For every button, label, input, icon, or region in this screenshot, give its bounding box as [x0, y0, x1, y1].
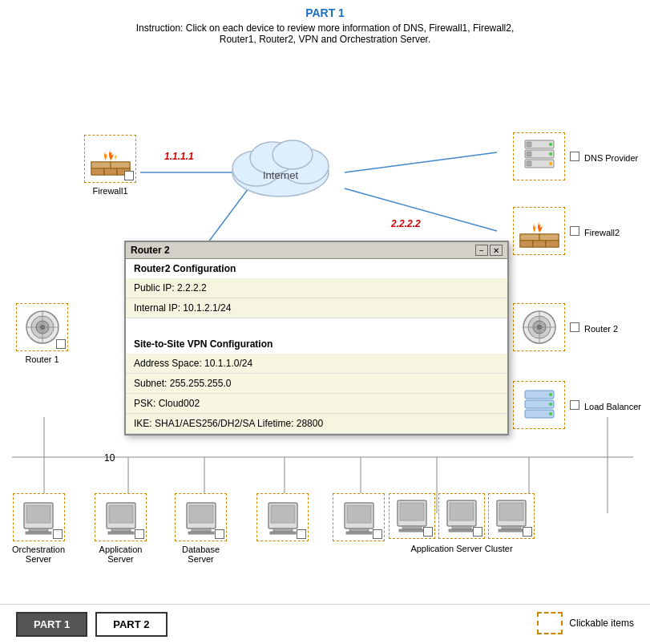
- app-server-1-checkbox[interactable]: [135, 529, 144, 539]
- firewall1-device[interactable]: Firewall1: [84, 135, 136, 196]
- svg-rect-75: [270, 532, 296, 534]
- svg-point-58: [549, 403, 552, 406]
- ip-label-1: 1.1.1.1: [164, 151, 194, 162]
- orchestration-label: OrchestrationServer: [12, 545, 65, 564]
- svg-rect-63: [26, 532, 51, 534]
- dns-checkbox[interactable]: [570, 152, 579, 161]
- svg-rect-79: [346, 532, 372, 534]
- svg-rect-24: [91, 168, 104, 175]
- popup-row-2: Internal IP: 10.1.2.1/24: [126, 298, 507, 318]
- router2-label: Router 2: [584, 324, 618, 334]
- svg-rect-38: [539, 234, 559, 241]
- svg-rect-32: [527, 161, 531, 166]
- app-server-1-device[interactable]: ApplicationServer: [95, 493, 147, 564]
- svg-rect-91: [499, 529, 524, 532]
- popup-minimize-btn[interactable]: −: [475, 245, 488, 256]
- db-server-checkbox[interactable]: [215, 529, 224, 539]
- router2-device[interactable]: Router 2: [513, 303, 618, 351]
- svg-rect-90: [502, 526, 521, 529]
- popup-row-5: Address Space: 10.1.1.0/24: [126, 354, 507, 374]
- unnamed-server-2-checkbox[interactable]: [373, 529, 382, 539]
- router1-checkbox[interactable]: [56, 339, 66, 349]
- dns-icon: [517, 136, 561, 176]
- popup-controls: − ✕: [475, 245, 503, 256]
- svg-rect-67: [108, 532, 134, 534]
- router2-popup: Router 2 − ✕ Router2 Configuration Publi…: [124, 241, 509, 435]
- popup-row-0: Router2 Configuration: [126, 259, 507, 278]
- svg-rect-40: [533, 241, 546, 247]
- router1-device[interactable]: Router 1: [16, 303, 68, 364]
- loadbalancer-icon: [517, 385, 561, 425]
- svg-rect-86: [452, 526, 471, 529]
- popup-content: Router2 Configuration Public IP: 2.2.2.2…: [126, 259, 507, 434]
- popup-close-btn[interactable]: ✕: [490, 245, 503, 256]
- svg-rect-69: [189, 505, 213, 523]
- svg-rect-28: [527, 142, 531, 147]
- unnamed-server-1-device[interactable]: [256, 493, 309, 541]
- popup-row-6: Subnet: 255.255.255.0: [126, 374, 507, 394]
- svg-rect-39: [520, 241, 533, 247]
- svg-rect-87: [449, 529, 474, 532]
- ip-label-2: 2.2.2.2: [391, 218, 421, 229]
- svg-rect-70: [192, 529, 211, 532]
- svg-rect-78: [349, 529, 369, 532]
- popup-row-1: Public IP: 2.2.2.2: [126, 278, 507, 298]
- app-cluster-2[interactable]: [438, 493, 485, 539]
- router2-icon: [517, 307, 561, 347]
- router1-label: Router 1: [25, 354, 59, 364]
- app-cluster-3[interactable]: [488, 493, 535, 539]
- app-cluster-1[interactable]: [389, 493, 435, 539]
- svg-rect-23: [111, 162, 130, 168]
- internet-cloud: Internet: [212, 124, 349, 203]
- svg-rect-30: [527, 152, 531, 156]
- svg-rect-62: [29, 529, 48, 532]
- popup-titlebar: Router 2 − ✕: [126, 242, 507, 259]
- unnamed-server-1-checkbox[interactable]: [297, 529, 306, 539]
- loadbalancer-checkbox[interactable]: [570, 400, 579, 410]
- db-server-label: DatabaseServer: [182, 545, 220, 564]
- clickable-legend-label: Clickable items: [569, 618, 634, 629]
- part2-button[interactable]: PART 2: [95, 612, 167, 637]
- app-cluster-1-checkbox[interactable]: [423, 527, 433, 537]
- svg-point-33: [549, 143, 552, 146]
- svg-rect-77: [347, 505, 371, 523]
- page-header: PART 1 Instruction: Click on each device…: [0, 0, 650, 48]
- loadbalancer-label: Load Balancer: [584, 402, 641, 411]
- svg-rect-85: [450, 503, 474, 520]
- svg-point-57: [549, 393, 552, 396]
- orchestration-checkbox[interactable]: [53, 529, 63, 539]
- svg-point-59: [549, 412, 552, 415]
- orchestration-server-device[interactable]: OrchestrationServer: [12, 493, 65, 564]
- firewall2-checkbox[interactable]: [570, 226, 579, 236]
- dns-device[interactable]: DNS Provider: [513, 132, 638, 180]
- app-server-1-label: ApplicationServer: [99, 545, 143, 564]
- svg-rect-81: [400, 503, 424, 520]
- legend-dashed-box: [537, 612, 563, 634]
- part1-button[interactable]: PART 1: [16, 612, 87, 637]
- firewall1-checkbox[interactable]: [124, 171, 134, 180]
- popup-row-8: IKE: SHA1/AES256/DH2/SA Lifetime: 28800: [126, 414, 507, 434]
- svg-rect-71: [188, 532, 214, 534]
- footer: PART 1 PART 2 Clickable items: [0, 604, 650, 644]
- app-cluster-3-checkbox[interactable]: [523, 527, 532, 537]
- firewall1-label: Firewall1: [92, 186, 127, 196]
- port-label: 10: [104, 452, 115, 464]
- loadbalancer-device[interactable]: Load Balancer: [513, 381, 641, 429]
- firewall2-device[interactable]: Firewall2: [513, 207, 620, 255]
- svg-rect-25: [104, 168, 117, 175]
- app-cluster-2-checkbox[interactable]: [473, 527, 482, 537]
- svg-rect-89: [499, 503, 523, 520]
- router2-checkbox[interactable]: [570, 322, 579, 332]
- svg-line-1: [345, 152, 497, 172]
- svg-rect-74: [273, 529, 293, 532]
- popup-row-4: Site-to-Site VPN Configuration: [126, 334, 507, 354]
- app-cluster-label: Application Server Cluster: [389, 544, 535, 553]
- svg-text:Internet: Internet: [263, 169, 298, 181]
- svg-rect-82: [402, 526, 422, 529]
- db-server-device[interactable]: DatabaseServer: [175, 493, 227, 564]
- svg-rect-65: [109, 505, 133, 523]
- svg-rect-66: [111, 529, 131, 532]
- svg-point-34: [549, 152, 552, 156]
- popup-row-7: PSK: Cloud002: [126, 394, 507, 414]
- unnamed-server-2-device[interactable]: [333, 493, 385, 541]
